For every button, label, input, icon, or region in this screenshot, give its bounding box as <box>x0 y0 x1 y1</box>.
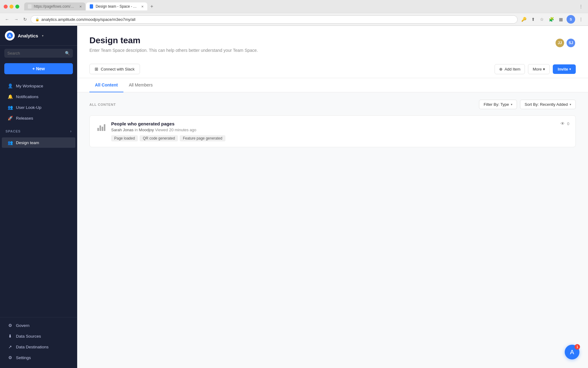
browser-extension-icon[interactable]: 🧩 <box>548 16 555 23</box>
sidebar-item-settings[interactable]: ⚙ Settings <box>2 352 75 363</box>
tab-all-content[interactable]: All Content <box>89 78 123 92</box>
spaces-section-label: SPACES <box>6 129 21 133</box>
sidebar-search-inner[interactable]: 🔍 <box>4 49 73 58</box>
chat-support-icon: A <box>570 349 574 356</box>
filter-by-type-button[interactable]: Filter By: Type ▾ <box>479 100 517 109</box>
sidebar-item-user-lookup[interactable]: 👥 User Look-Up <box>2 102 75 113</box>
content-card-in: in <box>135 128 139 132</box>
main-header: Design team Enter Team Space description… <box>77 26 588 60</box>
sidebar-item-releases[interactable]: 🚀 Releases <box>2 113 75 123</box>
sidebar-item-govern[interactable]: ⚙ Govern <box>2 320 75 331</box>
browser-menu-button[interactable]: ⋮ <box>578 3 584 10</box>
chat-support-button[interactable]: A 1 <box>565 345 579 359</box>
filter-label: Filter By: Type <box>484 102 509 107</box>
sort-label: Sort By: Recently Added <box>525 102 568 107</box>
spaces-section-header: SPACES › <box>0 125 77 135</box>
browser-key-icon[interactable]: 🔑 <box>520 16 528 23</box>
eye-icon: 👁 <box>560 121 565 126</box>
sidebar-item-notifications[interactable]: 🔔 Notifications <box>2 91 75 102</box>
sidebar-item-label-data-sources: Data Sources <box>16 334 41 339</box>
browser-bookmark-icon[interactable]: ☆ <box>539 16 545 23</box>
add-item-plus-icon: ⊕ <box>499 67 503 71</box>
sidebar: A Analytics ▾ 🔍 + New 👤 My Workspace 🔔 N… <box>0 26 77 368</box>
slack-icon: ⊞ <box>95 67 98 71</box>
sidebar-item-label-releases: Releases <box>16 116 33 121</box>
tab-close-2[interactable]: ✕ <box>141 5 144 8</box>
browser-profile-icon[interactable]: S <box>567 15 575 24</box>
bar-chart-icon <box>97 124 105 131</box>
search-input[interactable] <box>7 51 62 56</box>
search-icon: 🔍 <box>65 51 70 56</box>
traffic-light-red[interactable] <box>4 5 8 9</box>
content-card[interactable]: People who generated pages Sarah Jonas i… <box>89 115 576 147</box>
content-card-meta: Sarah Jonas in Moodjoy Viewed 20 minutes… <box>111 128 225 132</box>
invite-button[interactable]: Invite ▾ <box>553 64 576 74</box>
user-lookup-icon: 👥 <box>7 105 13 110</box>
more-chevron-icon: ▾ <box>543 67 545 71</box>
tab-label-2: Design team - Space - Amplitu... <box>96 4 138 9</box>
tag-feature-page: Feature page generated <box>180 135 225 141</box>
sidebar-logo-letter: A <box>8 33 11 38</box>
data-destinations-icon: ↗ <box>7 344 13 349</box>
content-card-right: 👁 0 <box>560 121 569 126</box>
sidebar-item-my-workspace[interactable]: 👤 My Workspace <box>2 81 75 91</box>
view-count: 0 <box>567 121 569 126</box>
avatar-jj: JJ <box>555 38 565 48</box>
browser-forward-button[interactable]: → <box>13 16 20 23</box>
sort-by-button[interactable]: Sort By: Recently Added ▾ <box>520 100 576 109</box>
tab-close-1[interactable]: ✕ <box>79 5 82 8</box>
browser-more-icon[interactable]: ⋮ <box>578 16 584 23</box>
add-item-button[interactable]: ⊕ Add Item <box>495 64 525 74</box>
design-team-icon: 👥 <box>7 140 13 145</box>
content-card-tags: Page loaded QR code generated Feature pa… <box>111 135 225 141</box>
browser-sidebar-icon[interactable]: ▦ <box>558 16 564 23</box>
settings-icon: ⚙ <box>7 355 13 360</box>
sidebar-logo[interactable]: A <box>5 31 15 40</box>
content-card-action: Viewed <box>155 128 168 132</box>
content-card-left: People who generated pages Sarah Jonas i… <box>96 121 225 141</box>
user-avatars: JJ SJ <box>555 38 576 48</box>
browser-share-icon[interactable]: ⬆ <box>530 16 536 23</box>
lock-icon: 🔒 <box>35 17 40 21</box>
tab-label-1: https://pageflows.com/_/emai... <box>34 4 76 9</box>
browser-url-bar[interactable]: 🔒 analytics.amplitude.com/moodjoy/space/… <box>31 15 518 24</box>
chart-bar-4 <box>104 124 105 131</box>
govern-icon: ⚙ <box>7 323 13 328</box>
browser-refresh-button[interactable]: ↻ <box>22 16 28 23</box>
connect-slack-button[interactable]: ⊞ Connect with Slack <box>89 64 140 74</box>
add-tab-button[interactable]: + <box>148 2 156 10</box>
more-label: More <box>533 67 542 71</box>
sidebar-spacer <box>0 150 77 315</box>
sidebar-item-design-team[interactable]: 👥 Design team <box>2 137 75 148</box>
page-title: Design team <box>89 36 258 45</box>
page-description: Enter Team Space description. This can h… <box>89 48 258 53</box>
traffic-light-green[interactable] <box>15 5 19 9</box>
sidebar-bottom: ⚙ Govern ⬇ Data Sources ↗ Data Destinati… <box>0 317 77 368</box>
more-button[interactable]: More ▾ <box>528 64 550 74</box>
browser-tab-2[interactable]: Design team - Space - Amplitu... ✕ <box>86 2 147 10</box>
main-content: Design team Enter Team Space description… <box>77 26 588 368</box>
browser-back-button[interactable]: ← <box>4 16 10 23</box>
tab-favicon-2 <box>90 4 93 9</box>
sidebar-nav: 👤 My Workspace 🔔 Notifications 👥 User Lo… <box>0 79 77 125</box>
traffic-light-yellow[interactable] <box>9 5 13 9</box>
sidebar-app-chevron-icon[interactable]: ▾ <box>42 34 43 37</box>
content-header: ALL CONTENT Filter By: Type ▾ Sort By: R… <box>89 100 576 109</box>
chart-bar-3 <box>102 127 103 131</box>
app-container: A Analytics ▾ 🔍 + New 👤 My Workspace 🔔 N… <box>0 26 588 368</box>
browser-tab-1[interactable]: https://pageflows.com/_/emai... ✕ <box>24 2 85 10</box>
sidebar-item-data-destinations[interactable]: ↗ Data Destinations <box>2 342 75 352</box>
sidebar-item-data-sources[interactable]: ⬇ Data Sources <box>2 331 75 341</box>
sidebar-app-name: Analytics <box>18 33 38 38</box>
spaces-expand-icon[interactable]: › <box>70 129 72 133</box>
my-workspace-icon: 👤 <box>7 83 13 88</box>
content-filters: Filter By: Type ▾ Sort By: Recently Adde… <box>479 100 576 109</box>
notifications-icon: 🔔 <box>7 94 13 99</box>
data-sources-icon: ⬇ <box>7 334 13 339</box>
chart-icon-container <box>96 122 107 133</box>
new-button[interactable]: + New <box>4 63 73 74</box>
spaces-nav: 👥 Design team <box>0 135 77 150</box>
tab-all-members[interactable]: All Members <box>123 78 158 92</box>
sidebar-item-label-settings: Settings <box>16 355 31 360</box>
sidebar-item-label-design-team: Design team <box>16 140 39 145</box>
